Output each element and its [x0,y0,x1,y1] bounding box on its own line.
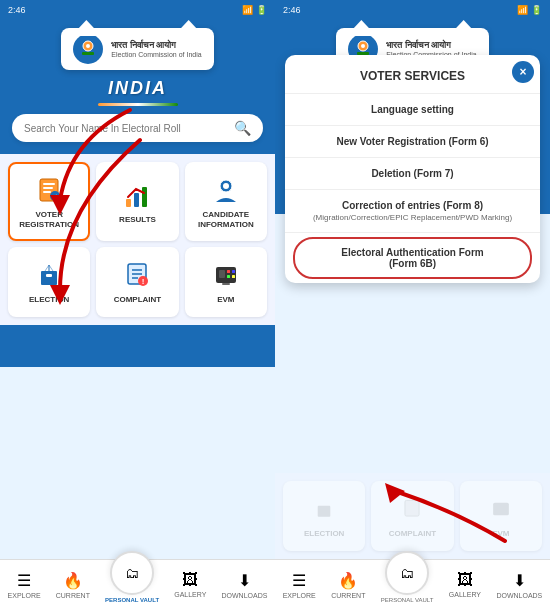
india-underline [98,103,178,106]
left-panel: 2:46 📶 🔋 भारत निर्वाचन आयोग Election Com… [0,0,275,611]
results-label: RESULTS [119,215,156,225]
nav-personal-vault-right[interactable]: 🗂 PERSONAL VAULT [381,567,434,603]
bg-election: ELECTION [283,481,365,551]
nav-current-left[interactable]: 🔥 CURRENT [56,571,90,599]
svg-rect-5 [43,187,53,189]
svg-rect-6 [43,191,51,193]
search-bar[interactable]: 🔍 [12,114,263,142]
logo-area-left: भारत निर्वाचन आयोग Election Commission o… [0,20,275,74]
vs-item-deletion[interactable]: Deletion (Form 7) [285,158,540,190]
grid-item-evm[interactable]: EVM [185,247,267,317]
right-panel: 2:46 📶 🔋 भारत निर्वाचन आयोग Election Com… [275,0,550,611]
vs-item-language[interactable]: Language setting [285,94,540,126]
status-bar-right: 2:46 📶 🔋 [275,0,550,20]
candidate-info-label: CANDIDATEINFORMATION [198,210,254,229]
nav-explore-left[interactable]: ☰ EXPLORE [8,571,41,599]
bottom-nav-right: ☰ EXPLORE 🔥 CURRENT 🗂 PERSONAL VAULT 🖼 G… [275,559,550,611]
candidate-icon [210,174,242,206]
voter-services-modal: × VOTER SERVICES Language setting New Vo… [285,55,540,283]
svg-rect-14 [41,271,57,285]
svg-rect-35 [318,506,331,517]
complaint-label: COMPLAINT [114,295,162,305]
icons-left: 📶 🔋 [242,5,267,15]
svg-rect-15 [46,274,52,277]
voter-services-title: VOTER SERVICES [285,55,540,94]
logo-text-left: भारत निर्वाचन आयोग Election Commission o… [111,40,201,58]
svg-point-13 [223,183,229,189]
close-button[interactable]: × [512,61,534,83]
grid-area-left: ✓ VOTERREGISTRATION RESULTS [0,154,275,325]
grid-item-results[interactable]: RESULTS [96,162,178,241]
svg-rect-36 [405,501,419,517]
complaint-icon: ! [121,259,153,291]
logo-card-left: भारत निर्वाचन आयोग Election Commission o… [61,28,213,70]
nav-explore-right[interactable]: ☰ EXPLORE [283,571,316,599]
svg-rect-25 [227,270,230,273]
vs-item-new-voter[interactable]: New Voter Registration (Form 6) [285,126,540,158]
vs-item-auth-form[interactable]: Electoral Authentication Form(Form 6B) [293,237,532,279]
svg-rect-9 [126,199,131,207]
vs-item-correction[interactable]: Correction of entries (Form 8) (Migratio… [285,190,540,233]
nav-current-right[interactable]: 🔥 CURRENT [331,571,365,599]
nav-gallery-left[interactable]: 🖼 GALLERY [174,571,206,598]
personal-vault-btn-left[interactable]: 🗂 [110,551,154,595]
logo-hindi-right: भारत निर्वाचन आयोग [386,40,476,51]
personal-vault-btn-right[interactable]: 🗂 [385,551,429,595]
svg-point-2 [86,44,90,48]
election-label: ELECTION [29,295,69,305]
svg-point-34 [361,44,365,48]
grid-item-candidate-info[interactable]: CANDIDATEINFORMATION [185,162,267,241]
evm-icon [210,259,242,291]
results-icon [121,179,153,211]
svg-rect-28 [232,275,235,278]
logo-english-left: Election Commission of India [111,51,201,58]
grid-item-election[interactable]: ELECTION [8,247,90,317]
svg-rect-37 [493,503,509,516]
svg-rect-4 [43,183,55,185]
nav-gallery-right[interactable]: 🖼 GALLERY [449,571,481,598]
voter-reg-icon: ✓ [33,174,65,206]
svg-rect-27 [232,270,235,273]
svg-rect-1 [82,52,94,55]
svg-rect-26 [227,275,230,278]
india-label: INDIA [0,74,275,103]
nav-downloads-right[interactable]: ⬇ DOWNLOADS [496,571,542,599]
nav-downloads-left[interactable]: ⬇ DOWNLOADS [221,571,267,599]
svg-rect-24 [219,270,225,278]
svg-text:✓: ✓ [52,193,58,200]
svg-text:!: ! [142,277,145,286]
svg-rect-11 [142,187,147,207]
bg-grid-right: ELECTION COMPLAINT EVM [275,473,550,559]
bottom-nav-left: ☰ EXPLORE 🔥 CURRENT 🗂 PERSONAL VAULT 🖼 G… [0,559,275,611]
evm-label: EVM [217,295,234,305]
logo-hindi-left: भारत निर्वाचन आयोग [111,40,201,51]
status-bar-left: 2:46 📶 🔋 [0,0,275,20]
grid-item-voter-registration[interactable]: ✓ VOTERREGISTRATION [8,162,90,241]
bg-evm: EVM [460,481,542,551]
nav-personal-vault-left[interactable]: 🗂 PERSONAL VAULT [105,567,159,603]
grid-item-complaint[interactable]: ! COMPLAINT [96,247,178,317]
bg-complaint: COMPLAINT [371,481,453,551]
svg-rect-10 [134,193,139,207]
svg-rect-29 [222,283,230,285]
voter-reg-label: VOTERREGISTRATION [19,210,79,229]
election-icon [33,259,65,291]
search-input[interactable] [24,123,234,134]
emblem-left [73,34,103,64]
time-left: 2:46 [8,5,26,15]
search-icon[interactable]: 🔍 [234,120,251,136]
